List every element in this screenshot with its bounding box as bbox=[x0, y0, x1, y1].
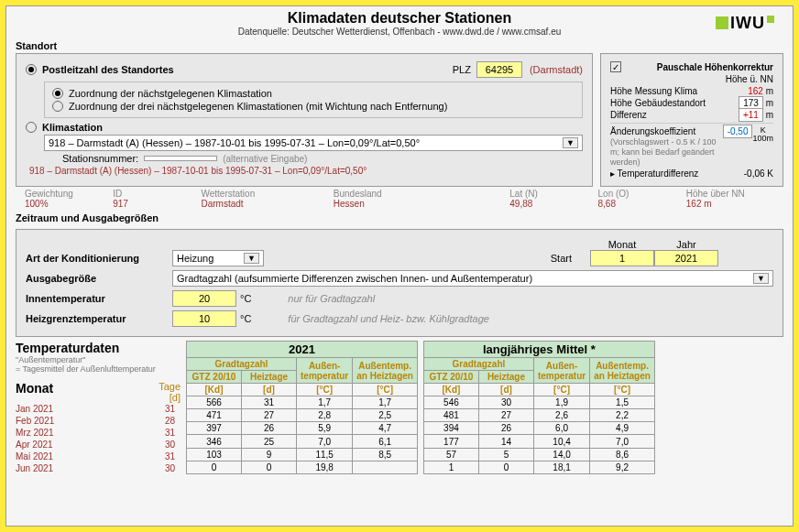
height-box: ✓Pauschale Höhenkorrektur Höhe ü. NN Höh… bbox=[600, 53, 783, 187]
radio-zuordnung1[interactable] bbox=[52, 88, 63, 99]
table-2021: 2021 Gradtagzahl Außen- temperatur Außen… bbox=[186, 341, 418, 474]
data-cell: 1 bbox=[423, 461, 478, 473]
zuordnung1-label: Zuordnung der nächstgelegenen Klimastati… bbox=[69, 88, 272, 99]
jahr-input[interactable]: 2021 bbox=[654, 250, 718, 266]
d-unit: [d] bbox=[242, 384, 297, 396]
kd-unit: [Kd] bbox=[423, 384, 478, 396]
radio-zuordnung2[interactable] bbox=[52, 101, 63, 112]
data-cell: 2,8 bbox=[297, 409, 353, 422]
data-cell: 8,5 bbox=[353, 448, 418, 461]
d-unit: [d] bbox=[144, 392, 181, 403]
data-cell: 546 bbox=[423, 396, 478, 409]
data-cell: 1,7 bbox=[297, 396, 353, 409]
month-cell: Mai 2021 bbox=[16, 451, 122, 462]
heiztage-header: Heiztage bbox=[242, 371, 297, 384]
temp-title: Temperaturdaten bbox=[16, 341, 181, 355]
radio-plz[interactable] bbox=[26, 64, 37, 75]
heizgrenz-input[interactable]: 10 bbox=[172, 310, 236, 327]
heizgrenz-note: für Gradtagzahl und Heiz- bzw. Kühlgradt… bbox=[288, 313, 489, 324]
aussenheiz-header: Außentemp. an Heiztagen bbox=[590, 358, 655, 384]
innen-note: nur für Gradtagzahl bbox=[288, 293, 375, 304]
kond-value: Heizung bbox=[177, 253, 213, 264]
lon-v: 8,68 bbox=[598, 199, 686, 209]
location-box: Postleitzahl des Standortes PLZ 64295 (D… bbox=[16, 53, 593, 187]
id-v: 917 bbox=[113, 199, 201, 209]
heiztage-header: Heiztage bbox=[478, 371, 533, 384]
tempdiff-label: Temperaturdifferenz bbox=[618, 168, 699, 179]
diff-label: Differenz bbox=[610, 110, 647, 120]
data-cell: 4,7 bbox=[353, 422, 418, 435]
data-cell: 346 bbox=[187, 435, 242, 448]
station-select-value: 918 – Darmstadt (A) (Hessen) – 1987-10-0… bbox=[49, 137, 420, 148]
aussen-header: Außen- temperatur bbox=[297, 358, 353, 384]
kd-unit: [Kd] bbox=[187, 384, 242, 396]
data-cell: 566 bbox=[187, 396, 242, 409]
bundesland-l: Bundesland bbox=[334, 189, 509, 199]
data-cell: 5 bbox=[478, 448, 533, 461]
unit-c: °C bbox=[240, 293, 251, 304]
data-cell: 9,2 bbox=[590, 461, 655, 473]
data-cell: 27 bbox=[242, 409, 297, 422]
data-cell: 0 bbox=[242, 461, 297, 473]
jahr-header: Jahr bbox=[654, 239, 718, 250]
data-cell: 6,0 bbox=[533, 422, 589, 435]
start-label: Start bbox=[551, 253, 572, 264]
monat-input[interactable]: 1 bbox=[590, 250, 654, 266]
lat-v: 49,88 bbox=[509, 199, 597, 209]
station-info: 918 – Darmstadt (A) (Hessen) – 1987-10-0… bbox=[26, 166, 583, 176]
radio-klimastation[interactable] bbox=[26, 122, 37, 133]
innen-label: Innentemperatur bbox=[26, 293, 172, 304]
table-mittel: langjähriges Mittel * Gradtagzahl Außen-… bbox=[423, 341, 655, 474]
hoehe-nn: Höhe ü. NN bbox=[726, 74, 773, 84]
tempdiff-value: -0,06 bbox=[744, 168, 765, 179]
koef-note: (Vorschlagswert - 0.5 K / 100 m; kann be… bbox=[610, 137, 717, 167]
lon-l: Lon (O) bbox=[598, 189, 686, 199]
d-unit: [d] bbox=[478, 384, 533, 396]
dropdown-arrow-icon: ▼ bbox=[244, 253, 259, 264]
data-cell: 1,5 bbox=[590, 396, 655, 409]
aussenheiz-header: Außentemp. an Heiztagen bbox=[353, 358, 418, 384]
data-cell: 25 bbox=[242, 435, 297, 448]
data-cell: 1,9 bbox=[533, 396, 589, 409]
plz-option-label: Postleitzahl des Standortes bbox=[42, 64, 174, 75]
diff-value: +11 bbox=[739, 108, 763, 122]
ausgabe-value: Gradtagzahl (aufsummierte Differenzen zw… bbox=[177, 273, 532, 284]
plz-label: PLZ bbox=[453, 64, 471, 75]
kond-select[interactable]: Heizung▼ bbox=[172, 250, 264, 266]
innen-input[interactable]: 20 bbox=[172, 290, 236, 307]
c-unit: [°C] bbox=[353, 384, 418, 396]
zuordnung2-label: Zuordnung der drei nächstgelegenen Klima… bbox=[69, 101, 447, 112]
stationsnummer-input[interactable] bbox=[144, 156, 217, 161]
data-cell: 0 bbox=[478, 461, 533, 473]
hoehe-v: 162 m bbox=[686, 199, 774, 209]
data-cell: 7,0 bbox=[590, 435, 655, 448]
data-cell: 103 bbox=[187, 448, 242, 461]
ausgabe-label: Ausgabegröße bbox=[26, 273, 172, 284]
plz-input[interactable]: 64295 bbox=[476, 61, 522, 78]
station-select[interactable]: 918 – Darmstadt (A) (Hessen) – 1987-10-0… bbox=[44, 135, 583, 151]
gtz-header: GTZ 20/10 bbox=[187, 371, 242, 384]
data-cell: 177 bbox=[423, 435, 478, 448]
koef-label: Änderungskoeffizient bbox=[610, 126, 695, 136]
klimastation-label: Klimastation bbox=[42, 122, 103, 133]
koef-value[interactable]: -0,50 bbox=[723, 125, 753, 138]
data-cell: 31 bbox=[242, 396, 297, 409]
c-unit: [°C] bbox=[297, 384, 353, 396]
data-cell: 9 bbox=[242, 448, 297, 461]
alt-eingabe-note: (alternative Eingabe) bbox=[223, 154, 307, 164]
gradtag-header: Gradtagzahl bbox=[187, 358, 297, 371]
dropdown-arrow-icon: ▼ bbox=[753, 273, 769, 284]
data-cell: 30 bbox=[478, 396, 533, 409]
data-cell: 6,1 bbox=[353, 435, 418, 448]
days-cell: 31 bbox=[122, 451, 181, 462]
wetter-l: Wetterstation bbox=[201, 189, 333, 199]
unit-m: m bbox=[766, 86, 773, 96]
data-cell: 8,6 bbox=[590, 448, 655, 461]
gewichtung-l: Gewichtung bbox=[25, 189, 113, 199]
aussen-header: Außen- temperatur bbox=[533, 358, 589, 384]
data-cell: 2,2 bbox=[590, 409, 655, 422]
height-checkbox[interactable]: ✓ bbox=[610, 61, 621, 72]
temp-note2: = Tagesmittel der Außenlufttemperatur bbox=[16, 364, 181, 374]
tage-label: Tage bbox=[144, 381, 181, 392]
ausgabe-select[interactable]: Gradtagzahl (aufsummierte Differenzen zw… bbox=[172, 270, 773, 287]
